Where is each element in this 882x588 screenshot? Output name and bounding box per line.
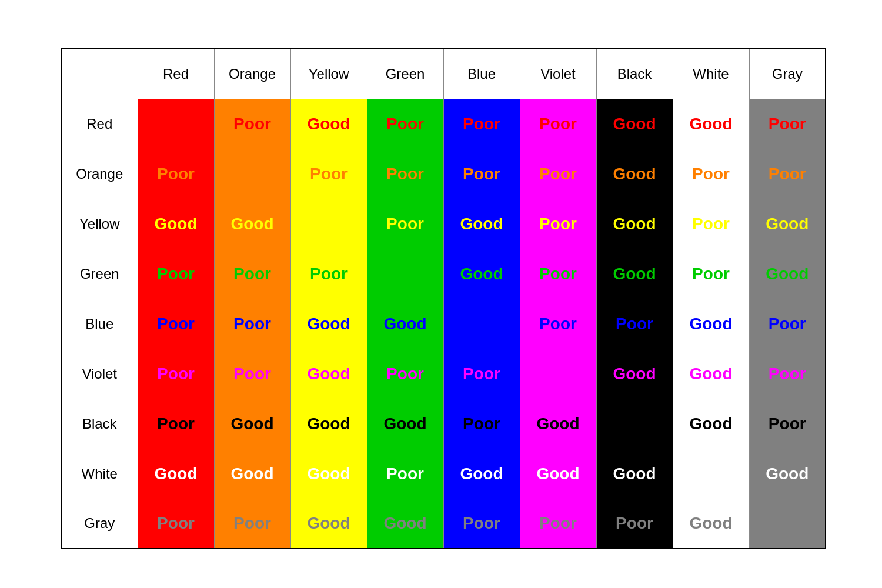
cell-white-yellow: Good <box>290 449 367 499</box>
rating-label: Poor <box>386 465 424 483</box>
rating-label: Good <box>307 315 350 333</box>
rating-label: Poor <box>157 165 195 183</box>
col-header-yellow: Yellow <box>290 49 367 99</box>
rating-label: Good <box>230 465 273 483</box>
cell-red-orange: Poor <box>214 99 290 149</box>
rating-label: Good <box>307 514 350 532</box>
cell-red-red <box>138 99 214 149</box>
col-header-orange: Orange <box>214 49 290 99</box>
cell-blue-white: Good <box>673 299 749 349</box>
rating-label: Poor <box>386 215 424 233</box>
cell-white-green: Poor <box>367 449 443 499</box>
cell-yellow-orange: Good <box>214 199 290 249</box>
cell-orange-green: Poor <box>367 149 443 199</box>
cell-violet-white: Good <box>673 349 749 399</box>
cell-violet-yellow: Good <box>290 349 367 399</box>
cell-blue-blue <box>443 299 520 349</box>
row-header-green: Green <box>61 249 138 299</box>
cell-blue-red: Poor <box>138 299 214 349</box>
rating-label: Good <box>689 315 732 333</box>
cell-yellow-violet: Poor <box>520 199 596 249</box>
rating-label: Poor <box>463 115 500 133</box>
cell-green-blue: Good <box>443 249 520 299</box>
rating-label: Poor <box>692 215 730 233</box>
row-header-gray: Gray <box>61 499 138 549</box>
rating-label: Poor <box>157 365 195 383</box>
cell-black-gray: Poor <box>749 399 826 449</box>
col-header-black: Black <box>596 49 673 99</box>
cell-red-blue: Poor <box>443 99 520 149</box>
cell-orange-orange <box>214 149 290 199</box>
rating-label: Poor <box>769 365 806 383</box>
rating-label: Poor <box>616 514 653 532</box>
rating-label: Good <box>613 215 656 233</box>
rating-label: Poor <box>233 265 271 283</box>
rating-label: Good <box>613 465 656 483</box>
cell-green-black: Good <box>596 249 673 299</box>
cell-red-gray: Poor <box>749 99 826 149</box>
table-wrapper: RedOrangeYellowGreenBlueVioletBlackWhite… <box>56 5 826 588</box>
cell-gray-violet: Poor <box>520 499 596 549</box>
rating-label: Poor <box>463 415 500 433</box>
rating-label: Poor <box>539 315 577 333</box>
rating-label: Good <box>766 215 808 233</box>
rating-label: Poor <box>233 315 271 333</box>
cell-violet-gray: Poor <box>749 349 826 399</box>
corner-cell <box>61 49 138 99</box>
rating-label: Good <box>307 465 350 483</box>
cell-green-red: Poor <box>138 249 214 299</box>
cell-white-gray: Good <box>749 449 826 499</box>
cell-gray-red: Poor <box>138 499 214 549</box>
rating-label: Poor <box>233 115 271 133</box>
rating-label: Poor <box>769 115 806 133</box>
cell-white-black: Good <box>596 449 673 499</box>
cell-orange-black: Good <box>596 149 673 199</box>
rating-label: Poor <box>769 165 806 183</box>
rating-label: Poor <box>769 415 806 433</box>
cell-green-violet: Poor <box>520 249 596 299</box>
cell-black-blue: Poor <box>443 399 520 449</box>
rating-label: Good <box>383 514 426 532</box>
rating-label: Good <box>154 465 197 483</box>
rating-label: Poor <box>386 165 424 183</box>
cell-white-white <box>673 449 749 499</box>
cell-green-gray: Good <box>749 249 826 299</box>
cell-gray-blue: Poor <box>443 499 520 549</box>
row-header-blue: Blue <box>61 299 138 349</box>
rating-label: Poor <box>157 514 195 532</box>
cell-white-red: Good <box>138 449 214 499</box>
cell-orange-gray: Poor <box>749 149 826 199</box>
cell-yellow-blue: Good <box>443 199 520 249</box>
cell-gray-green: Good <box>367 499 443 549</box>
cell-orange-red: Poor <box>138 149 214 199</box>
rating-label: Poor <box>463 514 500 532</box>
row-header-violet: Violet <box>61 349 138 399</box>
cell-violet-violet <box>520 349 596 399</box>
rating-label: Good <box>383 415 426 433</box>
rating-label: Poor <box>233 514 271 532</box>
cell-blue-yellow: Good <box>290 299 367 349</box>
rating-label: Poor <box>692 265 730 283</box>
cell-violet-green: Poor <box>367 349 443 399</box>
rating-label: Poor <box>463 165 500 183</box>
cell-red-yellow: Good <box>290 99 367 149</box>
rating-label: Good <box>383 315 426 333</box>
cell-green-green <box>367 249 443 299</box>
cell-white-violet: Good <box>520 449 596 499</box>
rating-label: Poor <box>539 514 577 532</box>
cell-black-black <box>596 399 673 449</box>
cell-blue-black: Poor <box>596 299 673 349</box>
row-header-orange: Orange <box>61 149 138 199</box>
col-header-violet: Violet <box>520 49 596 99</box>
cell-blue-green: Good <box>367 299 443 349</box>
rating-label: Good <box>689 514 732 532</box>
rating-label: Good <box>689 415 732 433</box>
cell-white-orange: Good <box>214 449 290 499</box>
cell-yellow-gray: Good <box>749 199 826 249</box>
rating-label: Poor <box>157 415 195 433</box>
rating-label: Poor <box>539 215 577 233</box>
cell-yellow-yellow <box>290 199 367 249</box>
col-header-gray: Gray <box>749 49 826 99</box>
cell-blue-gray: Poor <box>749 299 826 349</box>
rating-label: Good <box>460 265 503 283</box>
